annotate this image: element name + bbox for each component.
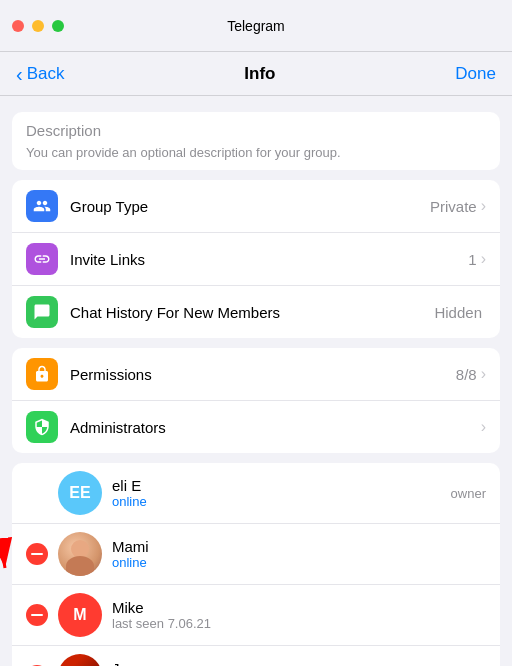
settings-group-2: Permissions 8/8 › Administrators ›	[12, 348, 500, 453]
settings-item-permissions[interactable]: Permissions 8/8 ›	[12, 348, 500, 401]
close-button[interactable]	[12, 20, 24, 32]
settings-group-1: Group Type Private › Invite Links 1 › Ch…	[12, 180, 500, 338]
title-bar: Telegram	[0, 0, 512, 52]
member-item-mike[interactable]: M Mike last seen 7.06.21	[12, 585, 500, 646]
group-type-label: Group Type	[70, 198, 430, 215]
chat-history-value: Hidden	[434, 304, 482, 321]
invite-links-label: Invite Links	[70, 251, 468, 268]
member-item-eli-e[interactable]: EE eli E online owner	[12, 463, 500, 524]
mami-face	[71, 540, 89, 558]
member-name-mike: Mike	[112, 599, 486, 616]
avatar-jan	[58, 654, 102, 666]
group-type-icon	[26, 190, 58, 222]
page-title: Info	[244, 64, 275, 84]
minimize-button[interactable]	[32, 20, 44, 32]
member-status-eli: online	[112, 494, 451, 509]
permissions-value: 8/8	[456, 366, 477, 383]
member-role-eli: owner	[451, 486, 486, 501]
settings-item-chat-history[interactable]: Chat History For New Members Hidden	[12, 286, 500, 338]
invite-links-value: 1	[468, 251, 476, 268]
member-status-mike: last seen 7.06.21	[112, 616, 486, 631]
back-button[interactable]: ‹ Back	[16, 64, 64, 84]
back-label: Back	[27, 64, 65, 84]
invite-links-chevron-icon: ›	[481, 250, 486, 268]
description-section: Description You can provide an optional …	[12, 112, 500, 170]
administrators-chevron-icon: ›	[481, 418, 486, 436]
traffic-lights	[12, 20, 64, 32]
content-area: Description You can provide an optional …	[0, 96, 512, 666]
permissions-icon	[26, 358, 58, 390]
invite-links-icon	[26, 243, 58, 275]
member-info-mami: Mami online	[112, 538, 486, 570]
chat-history-label: Chat History For New Members	[70, 304, 434, 321]
member-item-mami[interactable]: Mami online	[12, 524, 500, 585]
member-info-jan: Jan last seen 11.03.21	[112, 660, 486, 666]
settings-item-group-type[interactable]: Group Type Private ›	[12, 180, 500, 233]
maximize-button[interactable]	[52, 20, 64, 32]
remove-button-mami[interactable]	[26, 543, 48, 565]
member-info-mike: Mike last seen 7.06.21	[112, 599, 486, 631]
permissions-label: Permissions	[70, 366, 456, 383]
avatar-initials-mike: M	[73, 606, 86, 624]
remove-button-mike[interactable]	[26, 604, 48, 626]
permissions-chevron-icon: ›	[481, 365, 486, 383]
member-info-eli: eli E online	[112, 477, 451, 509]
window-title: Telegram	[227, 18, 285, 34]
group-type-chevron-icon: ›	[481, 197, 486, 215]
done-button[interactable]: Done	[455, 64, 496, 84]
description-hint: You can provide an optional description …	[26, 145, 486, 160]
chat-history-icon	[26, 296, 58, 328]
avatar-initials-eli: EE	[69, 484, 90, 502]
back-arrow-icon: ‹	[16, 64, 23, 84]
member-name-jan: Jan	[112, 660, 486, 666]
member-name-mami: Mami	[112, 538, 486, 555]
settings-item-invite-links[interactable]: Invite Links 1 ›	[12, 233, 500, 286]
member-status-mami: online	[112, 555, 486, 570]
members-list: EE eli E online owner Mami online M	[12, 463, 500, 666]
administrators-label: Administrators	[70, 419, 477, 436]
nav-bar: ‹ Back Info Done	[0, 52, 512, 96]
administrators-icon	[26, 411, 58, 443]
avatar-mami	[58, 532, 102, 576]
description-placeholder[interactable]: Description	[26, 122, 486, 139]
group-type-value: Private	[430, 198, 477, 215]
avatar-mike: M	[58, 593, 102, 637]
settings-item-administrators[interactable]: Administrators ›	[12, 401, 500, 453]
avatar-eli-e: EE	[58, 471, 102, 515]
member-item-jan[interactable]: Jan last seen 11.03.21	[12, 646, 500, 666]
member-name-eli: eli E	[112, 477, 451, 494]
